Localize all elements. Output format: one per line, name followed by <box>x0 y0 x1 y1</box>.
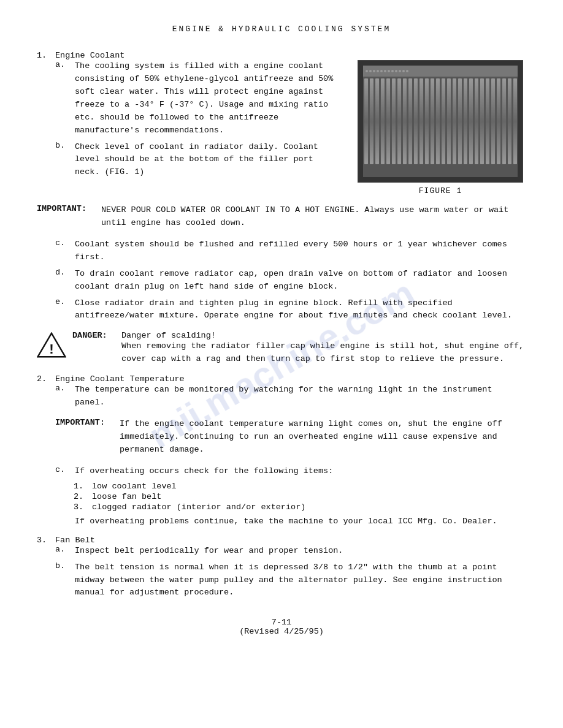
subsection-c: c. Coolant system should be flushed and … <box>37 238 526 264</box>
danger-content: DANGER: Danger of scalding! When removin… <box>72 331 526 366</box>
page-footer: 7-11 (Revised 4/25/95) <box>37 618 526 636</box>
overheating-num-1: 1. <box>74 482 86 491</box>
grill-dot-11 <box>402 70 405 72</box>
grill-dot-4 <box>377 70 379 72</box>
revised-date: (Revised 4/25/95) <box>37 627 526 636</box>
section2-sub-letter-c: c. <box>55 465 75 474</box>
grill-frame <box>358 61 523 182</box>
section2-sub-letter-a: a. <box>55 384 75 393</box>
radiator-image <box>358 60 523 183</box>
section3-sub-letter-a: a. <box>55 545 75 554</box>
danger-triangle-icon: ! <box>37 331 66 360</box>
overheating-item-1: 1. low coolant level <box>37 482 526 491</box>
section2-sub-a: a. The temperature can be monitored by w… <box>37 384 526 409</box>
grill-top-bar <box>363 66 518 77</box>
section-1-title: Engine Coolant <box>55 51 526 60</box>
danger-block: ! DANGER: Danger of scalding! When remov… <box>37 331 526 366</box>
sub-letter-b: b. <box>55 141 75 150</box>
overheating-list: 1. low coolant level 2. loose fan belt 3… <box>37 482 526 512</box>
grill-dot-5 <box>380 70 383 72</box>
important-block-2: IMPORTANT: If the engine coolant tempera… <box>37 418 526 457</box>
section-3: 3. Fan Belt a. Inspect belt periodically… <box>37 536 526 600</box>
section-3-title: Fan Belt <box>55 536 526 545</box>
svg-text:!: ! <box>47 343 55 358</box>
grill-dot-8 <box>391 70 394 72</box>
figure-caption: FIGURE 1 <box>419 186 462 195</box>
section-1: 1. Engine Coolant a. The cooling system … <box>37 51 526 195</box>
overheating-num-3: 3. <box>74 502 86 512</box>
section-1-num: 1. <box>37 51 55 60</box>
danger-label-row: DANGER: Danger of scalding! <box>72 331 526 340</box>
important-label-1: IMPORTANT: <box>37 204 95 230</box>
section2-sub-content-c: If overheating occurs check for the foll… <box>75 465 526 478</box>
subsection-e: e. Close radiator drain and tighten plug… <box>37 297 526 323</box>
sub-letter-a: a. <box>55 60 75 69</box>
section-3-num: 3. <box>37 536 55 545</box>
important-text-1: NEVER POUR COLD WATER OR COOLANT IN TO A… <box>101 204 526 230</box>
subsection-b: b. Check level of coolant in radiator da… <box>37 141 342 180</box>
overheating-para: If overheating problems continue, take t… <box>37 515 526 528</box>
warning-triangle-svg: ! <box>37 332 66 358</box>
grill-dot-2 <box>369 70 372 72</box>
subsection-d: d. To drain coolant remove radiator cap,… <box>37 268 526 294</box>
grill-dot-3 <box>373 70 375 72</box>
grill-dot-10 <box>399 70 401 72</box>
sub-content-b: Check level of coolant in radiator daily… <box>75 141 342 180</box>
grill-dot-1 <box>366 70 368 72</box>
overheating-item-2: 2. loose fan belt <box>37 492 526 501</box>
grill-dot-6 <box>384 70 386 72</box>
overheating-text-3: clogged radiator (interior and/or exteri… <box>92 502 305 512</box>
section3-sub-content-b: The belt tension is normal when it is de… <box>75 561 526 600</box>
section3-sub-letter-b: b. <box>55 561 75 571</box>
sub-letter-d: d. <box>55 268 75 277</box>
sub-content-c: Coolant system should be flushed and ref… <box>75 238 526 264</box>
section2-sub-content-a: The temperature can be monitored by watc… <box>75 384 526 409</box>
grill-dot-12 <box>406 70 408 72</box>
important-label-2: IMPORTANT: <box>55 418 113 457</box>
sub-letter-e: e. <box>55 297 75 306</box>
subsection-a: a. The cooling system is filled with a e… <box>37 60 342 137</box>
section-1-top-text: a. The cooling system is filled with a e… <box>37 60 342 195</box>
grill-dot-9 <box>395 70 397 72</box>
sub-content-d: To drain coolant remove radiator cap, op… <box>75 268 526 294</box>
section-2-num: 2. <box>37 374 55 384</box>
overheating-num-2: 2. <box>74 492 86 501</box>
grill-dot-7 <box>388 70 390 72</box>
sub-content-e: Close radiator drain and tighten plug in… <box>75 297 526 323</box>
important-text-2: If the engine coolant temperature warnin… <box>120 418 526 457</box>
subsections-cde: c. Coolant system should be flushed and … <box>37 238 526 323</box>
radiator-grill-graphic <box>358 61 523 182</box>
overheating-text-1: low coolant level <box>92 482 177 491</box>
danger-text: When removing the radiator filler cap wh… <box>72 340 526 366</box>
page-header: ENGINE & HYDRAULIC COOLING SYSTEM <box>37 25 526 34</box>
section2-sub-c: c. If overheating occurs check for the f… <box>37 465 526 478</box>
page-number: 7-11 <box>37 618 526 627</box>
danger-title: Danger of scalding! <box>121 331 216 340</box>
sub-letter-c: c. <box>55 238 75 248</box>
danger-label: DANGER: <box>72 331 115 340</box>
figure-block: FIGURE 1 <box>354 60 526 195</box>
section-2: 2. Engine Coolant Temperature a. The tem… <box>37 374 526 528</box>
overheating-item-3: 3. clogged radiator (interior and/or ext… <box>37 502 526 512</box>
section3-sub-b: b. The belt tension is normal when it is… <box>37 561 526 600</box>
section3-sub-a: a. Inspect belt periodically for wear an… <box>37 545 526 558</box>
important-block-1: IMPORTANT: NEVER POUR COLD WATER OR COOL… <box>37 204 526 230</box>
overheating-text-2: loose fan belt <box>92 492 161 501</box>
section3-sub-content-a: Inspect belt periodically for wear and p… <box>75 545 526 558</box>
section-2-title: Engine Coolant Temperature <box>55 374 526 384</box>
sub-content-a: The cooling system is filled with a engi… <box>75 60 342 137</box>
